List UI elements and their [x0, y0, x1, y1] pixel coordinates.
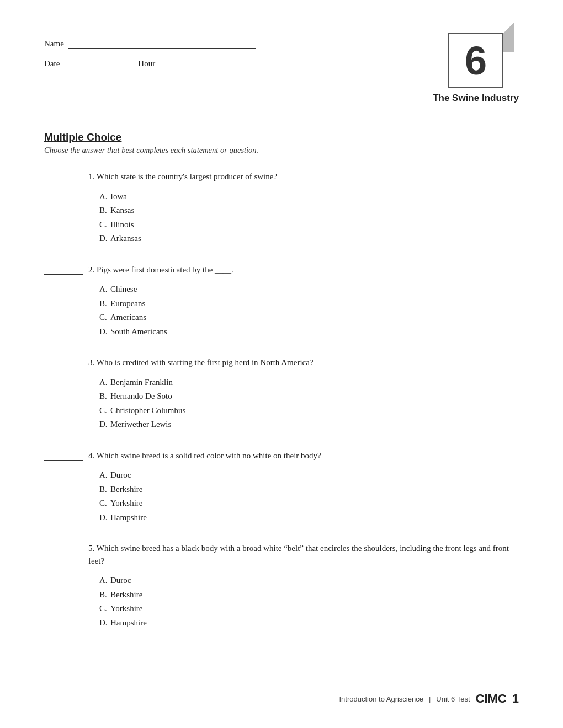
choice-letter: B. [99, 204, 110, 218]
choice-2-4: D.South Americans [88, 325, 519, 339]
choice-text: South Americans [110, 327, 167, 336]
footer-brand: CIMC [476, 692, 507, 706]
choice-5-2: B.Berkshire [88, 588, 519, 602]
question-text-2: 2. Pigs were first domesticated by the _… [88, 264, 519, 276]
choice-3-3: C.Christopher Columbus [88, 404, 519, 418]
choices-list-2: A.ChineseB.EuropeansC.AmericansD.South A… [88, 282, 519, 339]
choice-1-1: A.Iowa [88, 190, 519, 204]
choice-letter: C. [99, 404, 110, 418]
question-block-2: 2. Pigs were first domesticated by the _… [44, 264, 519, 339]
choice-1-2: B.Kansas [88, 204, 519, 218]
answer-blank-4 [44, 451, 83, 461]
choice-text: Americans [110, 313, 146, 322]
name-field-row: Name [44, 39, 256, 49]
multiple-choice-section: Multiple Choice Choose the answer that b… [44, 131, 519, 630]
choice-letter: D. [99, 232, 110, 246]
choice-text: Duroc [110, 576, 131, 585]
choice-letter: D. [99, 325, 110, 339]
choice-letter: A. [99, 282, 110, 297]
choice-letter: B. [99, 297, 110, 311]
questions-container: 1. Which state is the country's largest … [44, 170, 519, 630]
choice-text: Iowa [110, 192, 127, 201]
choice-text: Illinois [110, 220, 134, 229]
header-fields: Name Date Hour [44, 33, 256, 68]
choice-4-1: A.Duroc [88, 468, 519, 483]
choice-letter: A. [99, 574, 110, 588]
choice-letter: A. [99, 468, 110, 483]
question-text-5: 5. Which swine breed has a black body wi… [88, 542, 519, 567]
choice-text: Hampshire [110, 513, 147, 522]
choice-letter: D. [99, 511, 110, 525]
choice-letter: A. [99, 190, 110, 204]
question-content-5: 5. Which swine breed has a black body wi… [83, 542, 519, 630]
choice-1-3: C.Illinois [88, 218, 519, 232]
choice-2-2: B.Europeans [88, 297, 519, 311]
choice-text: Kansas [110, 206, 134, 215]
choice-letter: A. [99, 376, 110, 390]
choice-3-4: D.Meriwether Lewis [88, 417, 519, 432]
hour-label: Hour [138, 59, 155, 68]
question-text-4: 4. Which swine breed is a solid red colo… [88, 449, 519, 462]
answer-blank-5 [44, 543, 83, 553]
choice-text: Duroc [110, 470, 131, 479]
chapter-number: 6 [465, 41, 487, 81]
choice-text: Hernando De Soto [110, 392, 172, 400]
choice-5-1: A.Duroc [88, 574, 519, 588]
chapter-box: 6 [448, 33, 503, 88]
choices-list-4: A.DurocB.BerkshireC.YorkshireD.Hampshire [88, 468, 519, 524]
name-underline [68, 39, 256, 49]
choice-3-1: A.Benjamin Franklin [88, 376, 519, 390]
choice-text: Berkshire [110, 485, 142, 494]
choice-letter: D. [99, 616, 110, 630]
choice-text: Yorkshire [110, 604, 142, 613]
question-content-4: 4. Which swine breed is a solid red colo… [83, 449, 519, 525]
choices-list-5: A.DurocB.BerkshireC.YorkshireD.Hampshire [88, 574, 519, 630]
section-title: Multiple Choice [44, 131, 519, 143]
choice-text: Christopher Columbus [110, 406, 185, 415]
choice-4-2: B.Berkshire [88, 483, 519, 497]
question-block-3: 3. Who is credited with starting the fir… [44, 356, 519, 432]
chapter-title: The Swine Industry [433, 93, 519, 104]
choice-text: Berkshire [110, 590, 142, 599]
choice-2-1: A.Chinese [88, 282, 519, 297]
date-hour-row: Date Hour [44, 58, 256, 68]
choice-text: Arkansas [110, 234, 141, 243]
choice-text: Meriwether Lewis [110, 420, 171, 429]
choice-letter: B. [99, 389, 110, 404]
answer-blank-3 [44, 357, 83, 367]
footer-unit: Unit 6 Test [436, 695, 470, 703]
question-content-2: 2. Pigs were first domesticated by the _… [83, 264, 519, 339]
footer-subject: Introduction to Agriscience [339, 695, 423, 703]
choice-2-3: C.Americans [88, 311, 519, 325]
footer-page: 1 [512, 692, 519, 706]
question-text-3: 3. Who is credited with starting the fir… [88, 356, 519, 369]
choice-text: Chinese [110, 285, 137, 293]
choice-letter: C. [99, 602, 110, 616]
question-block-1: 1. Which state is the country's largest … [44, 170, 519, 246]
choice-4-4: D.Hampshire [88, 511, 519, 525]
choice-3-2: B.Hernando De Soto [88, 389, 519, 404]
choice-text: Benjamin Franklin [110, 378, 173, 387]
answer-blank-2 [44, 265, 83, 275]
choice-letter: C. [99, 496, 110, 511]
section-instruction: Choose the answer that best completes ea… [44, 146, 519, 155]
question-block-4: 4. Which swine breed is a solid red colo… [44, 449, 519, 525]
choice-letter: B. [99, 483, 110, 497]
date-underline [68, 58, 129, 68]
choices-list-1: A.IowaB.KansasC.IllinoisD.Arkansas [88, 190, 519, 246]
choice-letter: B. [99, 588, 110, 602]
page-header: Name Date Hour 6 The Swine Industry [44, 33, 519, 104]
question-content-1: 1. Which state is the country's largest … [83, 170, 519, 246]
choice-4-3: C.Yorkshire [88, 496, 519, 511]
choice-5-4: D.Hampshire [88, 616, 519, 630]
choice-text: Yorkshire [110, 499, 142, 507]
chapter-badge: 6 The Swine Industry [433, 33, 519, 104]
footer-separator: | [429, 695, 431, 703]
name-label: Name [44, 39, 64, 49]
choice-letter: C. [99, 311, 110, 325]
choice-5-3: C.Yorkshire [88, 602, 519, 616]
page-footer: Introduction to Agriscience | Unit 6 Tes… [44, 687, 519, 706]
choice-text: Europeans [110, 299, 145, 308]
question-text-1: 1. Which state is the country's largest … [88, 170, 519, 183]
question-block-5: 5. Which swine breed has a black body wi… [44, 542, 519, 630]
